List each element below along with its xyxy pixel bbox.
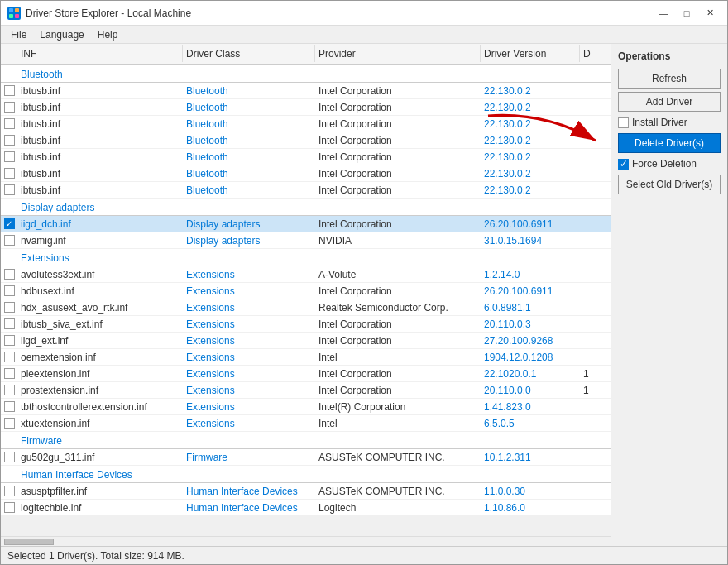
- row-checkbox[interactable]: [4, 385, 15, 395]
- menu-language[interactable]: Language: [33, 27, 90, 42]
- row-class: Bluetooth: [183, 117, 315, 132]
- svg-rect-3: [15, 14, 19, 18]
- row-provider: Intel Corporation: [315, 284, 481, 299]
- table-row[interactable]: avolutess3ext.infExtensionsA-Volute1.2.1…: [1, 266, 611, 283]
- row-checkbox[interactable]: [4, 318, 15, 329]
- header-version[interactable]: Driver Version: [481, 45, 580, 62]
- row-checkbox[interactable]: [4, 269, 15, 280]
- row-d: [580, 156, 596, 159]
- table-row[interactable]: oemextension.infExtensionsIntel1904.12.0…: [1, 349, 611, 366]
- table-row[interactable]: nvamig.infDisplay adaptersNVIDIA31.0.15.…: [1, 232, 611, 249]
- row-version: 22.130.0.2: [481, 150, 580, 165]
- add-driver-button[interactable]: Add Driver: [618, 92, 721, 112]
- row-checkbox[interactable]: ✓: [4, 218, 15, 229]
- row-inf: pieextension.inf: [17, 366, 183, 381]
- table-row[interactable]: ibtusb_siva_ext.infExtensionsIntel Corpo…: [1, 316, 611, 333]
- row-checkbox[interactable]: [4, 486, 15, 496]
- row-checkbox[interactable]: [4, 302, 15, 313]
- table-row[interactable]: ibtusb.infBluetoothIntel Corporation22.1…: [1, 132, 611, 149]
- table-row[interactable]: ✓iigd_dch.infDisplay adaptersIntel Corpo…: [1, 216, 611, 232]
- row-checkbox[interactable]: [4, 168, 15, 179]
- row-provider: Intel Corporation: [315, 366, 481, 381]
- table-row[interactable]: ibtusb.infBluetoothIntel Corporation22.1…: [1, 99, 611, 116]
- horizontal-scrollbar[interactable]: [1, 536, 611, 546]
- menu-help[interactable]: Help: [91, 27, 125, 42]
- row-inf: ibtusb_siva_ext.inf: [17, 317, 183, 332]
- row-inf: iigd_dch.inf: [17, 217, 183, 232]
- operations-title: Operations: [618, 50, 721, 62]
- table-row[interactable]: xtuextension.infExtensionsIntel6.5.0.5: [1, 415, 611, 432]
- group-header: Bluetooth: [1, 65, 611, 83]
- table-row[interactable]: hdbusext.infExtensionsIntel Corporation2…: [1, 283, 611, 299]
- select-old-drivers-button[interactable]: Select Old Driver(s): [618, 175, 721, 194]
- row-checkbox[interactable]: [4, 151, 15, 162]
- table-row[interactable]: ibtusb.infBluetoothIntel Corporation22.1…: [1, 149, 611, 165]
- row-provider: Intel Corporation: [315, 117, 481, 132]
- row-inf: ibtusb.inf: [17, 84, 183, 98]
- row-version: 22.130.0.2: [481, 166, 580, 181]
- row-checkbox[interactable]: [4, 118, 15, 129]
- row-checkbox[interactable]: [4, 418, 15, 429]
- row-checkbox[interactable]: [4, 235, 15, 246]
- table-row[interactable]: hdx_asusext_avo_rtk.infExtensionsRealtek…: [1, 299, 611, 316]
- row-provider: Intel Corporation: [315, 100, 481, 115]
- table-row[interactable]: ibtusb.infBluetoothIntel Corporation22.1…: [1, 116, 611, 132]
- table-row[interactable]: iigd_ext.infExtensionsIntel Corporation2…: [1, 333, 611, 349]
- row-checkbox-cell: [1, 183, 17, 197]
- table-row[interactable]: ibtusb.infBluetoothIntel Corporation22.1…: [1, 83, 611, 99]
- row-checkbox[interactable]: [4, 85, 15, 96]
- header-inf[interactable]: INF: [17, 45, 183, 62]
- header-provider[interactable]: Provider: [315, 45, 481, 62]
- row-d: [580, 405, 596, 409]
- table-row[interactable]: prostextension.infExtensionsIntel Corpor…: [1, 382, 611, 399]
- delete-driver-button[interactable]: Delete Driver(s): [618, 133, 721, 153]
- menu-file[interactable]: File: [4, 27, 33, 42]
- row-d: [580, 273, 596, 276]
- row-class: Extensions: [183, 317, 315, 332]
- table-row[interactable]: ibtusb.infBluetoothIntel Corporation22.1…: [1, 165, 611, 182]
- row-provider: Intel(R) Corporation: [315, 400, 481, 414]
- close-button[interactable]: ✕: [699, 5, 721, 22]
- row-provider: Intel Corporation: [315, 166, 481, 181]
- install-driver-label: Install Driver: [632, 117, 687, 128]
- table-row[interactable]: ibtusb.infBluetoothIntel Corporation22.1…: [1, 182, 611, 199]
- minimize-button[interactable]: —: [653, 5, 674, 22]
- h-scroll-thumb[interactable]: [4, 539, 54, 545]
- refresh-button[interactable]: Refresh: [618, 69, 721, 89]
- row-inf: hdx_asusext_avo_rtk.inf: [17, 300, 183, 315]
- table-row[interactable]: logitechble.infHuman Interface DevicesLo…: [1, 500, 611, 516]
- row-checkbox[interactable]: [4, 452, 15, 462]
- row-checkbox-cell: [1, 267, 17, 281]
- main-content: INF Driver Class Provider Driver Version…: [1, 44, 727, 546]
- row-checkbox[interactable]: [4, 335, 15, 346]
- row-class: Extensions: [183, 284, 315, 299]
- maximize-button[interactable]: □: [676, 5, 697, 22]
- row-checkbox-cell: [1, 484, 17, 498]
- row-checkbox[interactable]: [4, 502, 15, 513]
- list-body[interactable]: Bluetoothibtusb.infBluetoothIntel Corpor…: [1, 65, 611, 536]
- group-header: Extensions: [1, 249, 611, 266]
- table-row[interactable]: asusptpfilter.infHuman Interface Devices…: [1, 483, 611, 500]
- row-checkbox-cell: [1, 284, 17, 298]
- force-deletion-checkbox[interactable]: ✓: [618, 159, 629, 170]
- row-d: [580, 306, 596, 309]
- install-driver-checkbox[interactable]: [618, 117, 629, 128]
- row-checkbox[interactable]: [4, 285, 15, 296]
- row-inf: nvamig.inf: [17, 233, 183, 248]
- row-d: [580, 239, 596, 242]
- window-title: Driver Store Explorer - Local Machine: [26, 7, 191, 19]
- row-checkbox[interactable]: [4, 184, 15, 195]
- row-checkbox[interactable]: [4, 352, 15, 362]
- row-provider: Intel Corporation: [315, 383, 481, 398]
- table-row[interactable]: pieextension.infExtensionsIntel Corporat…: [1, 366, 611, 382]
- row-checkbox[interactable]: [4, 135, 15, 146]
- table-row[interactable]: gu502gu_311.infFirmwareASUSTeK COMPUTER …: [1, 449, 611, 466]
- row-d: 1: [580, 383, 596, 398]
- row-checkbox[interactable]: [4, 368, 15, 379]
- row-checkbox[interactable]: [4, 102, 15, 113]
- header-class[interactable]: Driver Class: [183, 45, 315, 62]
- table-row[interactable]: tbthostcontrollerextension.infExtensions…: [1, 399, 611, 415]
- row-checkbox[interactable]: [4, 401, 15, 412]
- header-d[interactable]: D: [580, 45, 596, 62]
- row-version: 6.5.0.5: [481, 416, 580, 431]
